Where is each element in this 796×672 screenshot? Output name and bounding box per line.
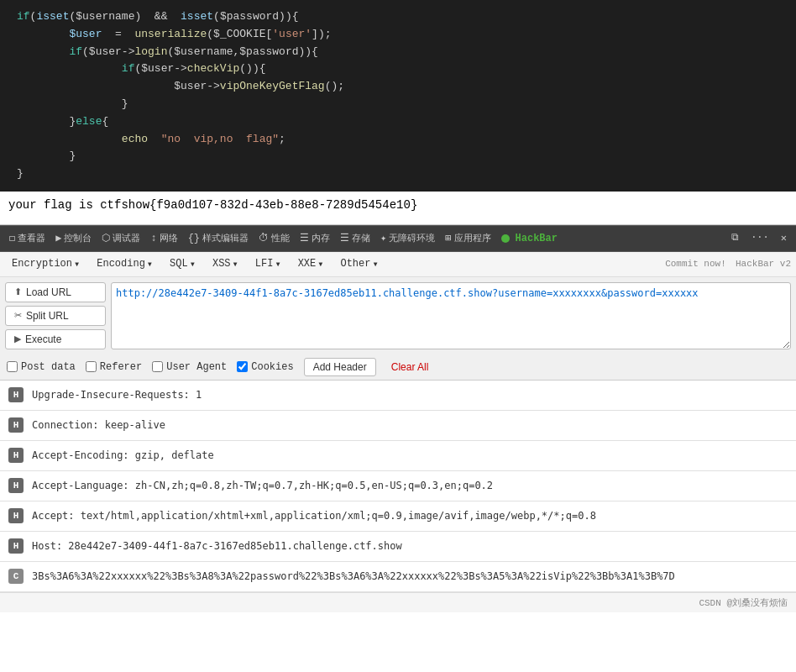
devtools-network-tab[interactable]: ↕ 网络: [146, 229, 181, 247]
cookies-checkbox-label[interactable]: Cookies: [237, 361, 293, 373]
devtools-memory-tab[interactable]: ☰ 内存: [296, 229, 334, 247]
devtools-inspector-tab[interactable]: ◻ 查看器: [5, 229, 50, 247]
hackbar-menu-bar: Encryption ▾ Encoding ▾ SQL ▾ XSS ▾ LFI …: [0, 252, 796, 277]
hackbar-main-area: ⬆ Load URL ✂ Split URL ▶ Execute http://…: [0, 277, 796, 354]
cookies-checkbox[interactable]: [237, 361, 248, 372]
header-text: Accept: text/html,application/xhtml+xml,…: [32, 510, 596, 522]
hackbar-buttons: ⬆ Load URL ✂ Split URL ▶ Execute: [5, 282, 106, 349]
table-row: H Upgrade-Insecure-Requests: 1: [0, 381, 796, 411]
referer-checkbox[interactable]: [86, 361, 97, 372]
execute-button[interactable]: ▶ Execute: [5, 329, 106, 349]
chevron-down-icon: ▾: [372, 258, 378, 270]
header-badge-h: H: [8, 417, 24, 433]
user-agent-checkbox[interactable]: [152, 361, 163, 372]
user-agent-checkbox-label[interactable]: User Agent: [152, 361, 227, 373]
menu-encryption[interactable]: Encryption ▾: [5, 255, 86, 273]
header-rows-container: H Upgrade-Insecure-Requests: 1 H Connect…: [0, 381, 796, 592]
hackbar-options-row: Post data Referer User Agent Cookies Add…: [0, 354, 796, 380]
upload-icon: ⬆: [14, 286, 22, 297]
post-data-checkbox-label[interactable]: Post data: [7, 361, 76, 373]
footer: CSDN @刘桑没有烦恼: [0, 592, 796, 612]
header-badge-c: C: [8, 569, 24, 584]
scissors-icon: ✂: [14, 310, 22, 321]
menu-lfi[interactable]: LFI ▾: [249, 255, 288, 273]
header-text: Host: 28e442e7-3409-44f1-8a7c-3167ed85eb…: [32, 540, 402, 552]
table-row: H Host: 28e442e7-3409-44f1-8a7c-3167ed85…: [0, 532, 796, 562]
hackbar-tab[interactable]: HackBar: [497, 230, 562, 247]
menu-xxe[interactable]: XXE ▾: [291, 255, 331, 273]
post-data-checkbox[interactable]: [7, 361, 18, 372]
chevron-down-icon: ▾: [317, 258, 323, 270]
table-row: H Accept: text/html,application/xhtml+xm…: [0, 501, 796, 532]
commit-button[interactable]: Commit now! HackBar v2: [665, 258, 791, 270]
table-row: C 3Bs%3A6%3A%22xxxxxx%22%3Bs%3A8%3A%22pa…: [0, 562, 796, 592]
devtools-style-editor-tab[interactable]: {} 样式编辑器: [184, 229, 253, 247]
header-badge-h: H: [8, 508, 24, 523]
header-badge-h: H: [8, 448, 24, 463]
devtools-actions: ⧉ ··· ✕: [727, 230, 791, 246]
header-text: 3Bs%3A6%3A%22xxxxxx%22%3Bs%3A8%3A%22pass…: [32, 570, 675, 582]
header-text: Connection: keep-alive: [32, 419, 165, 431]
split-url-button[interactable]: ✂ Split URL: [5, 306, 106, 326]
hackbar-label: HackBar: [516, 233, 558, 244]
devtools-storage-tab[interactable]: ☰ 存储: [336, 229, 374, 247]
header-text: Accept-Encoding: gzip, deflate: [32, 449, 214, 461]
devtools-debugger-tab[interactable]: ⬡ 调试器: [97, 229, 144, 247]
devtools-more-icon[interactable]: ···: [746, 230, 773, 246]
menu-encoding[interactable]: Encoding ▾: [90, 255, 160, 273]
hackbar-panel: Encryption ▾ Encoding ▾ SQL ▾ XSS ▾ LFI …: [0, 252, 796, 381]
header-text: Upgrade-Insecure-Requests: 1: [32, 389, 202, 401]
devtools-close-icon[interactable]: ✕: [777, 230, 791, 246]
clear-all-button[interactable]: Clear All: [386, 359, 434, 375]
devtools-dock-icon[interactable]: ⧉: [727, 230, 743, 246]
header-text: Accept-Language: zh-CN,zh;q=0.8,zh-TW;q=…: [32, 480, 493, 491]
header-badge-h: H: [8, 387, 24, 402]
devtools-console-tab[interactable]: ▶ 控制台: [51, 229, 96, 247]
header-badge-h: H: [8, 478, 24, 493]
load-url-button[interactable]: ⬆ Load URL: [5, 282, 106, 302]
header-badge-h: H: [8, 538, 24, 554]
chevron-down-icon: ▾: [275, 258, 280, 270]
menu-sql[interactable]: SQL ▾: [163, 255, 202, 273]
devtools-accessibility-tab[interactable]: ✦ 无障碍环境: [376, 229, 439, 247]
devtools-performance-tab[interactable]: ⏱ 性能: [254, 229, 294, 247]
referer-checkbox-label[interactable]: Referer: [86, 361, 142, 373]
url-input[interactable]: http://28e442e7-3409-44f1-8a7c-3167ed85e…: [111, 282, 791, 349]
play-icon: ▶: [14, 333, 21, 344]
table-row: H Accept-Encoding: gzip, deflate: [0, 441, 796, 471]
devtools-application-tab[interactable]: ⊞ 应用程序: [441, 229, 495, 247]
table-row: H Accept-Language: zh-CN,zh;q=0.8,zh-TW;…: [0, 471, 796, 501]
add-header-button[interactable]: Add Header: [304, 358, 376, 376]
menu-xss[interactable]: XSS ▾: [206, 255, 245, 273]
hackbar-dot-icon: [501, 234, 510, 243]
devtools-bar: ◻ 查看器 ▶ 控制台 ⬡ 调试器 ↕ 网络 {} 样式编辑器 ⏱ 性能 ☰ 内…: [0, 225, 796, 252]
chevron-down-icon: ▾: [147, 258, 153, 270]
table-row: H Connection: keep-alive: [0, 411, 796, 441]
chevron-down-icon: ▾: [233, 258, 238, 270]
menu-other[interactable]: Other ▾: [333, 255, 385, 273]
flag-display: your flag is ctfshow{f9a0d107-832d-43eb-…: [0, 192, 796, 225]
chevron-down-icon: ▾: [190, 258, 196, 270]
chevron-down-icon: ▾: [74, 258, 80, 270]
code-display: if(isset($username) && isset($password))…: [0, 0, 796, 192]
